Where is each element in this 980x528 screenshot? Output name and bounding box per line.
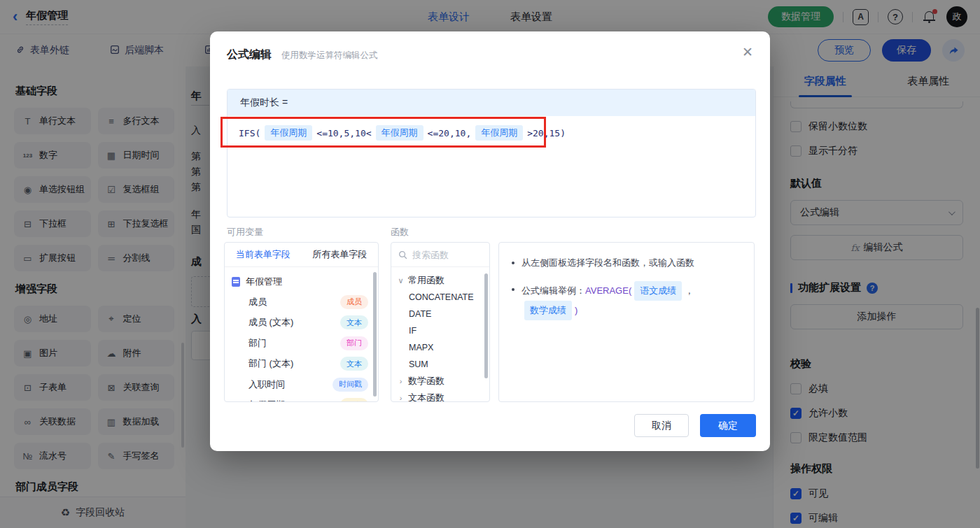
formula-code: IFS( [239,128,260,138]
formula-editor-box: 年假时长 = IFS(年假周期<=10,5,10<年假周期<=20,10,年假周… [227,89,756,217]
variables-form-root[interactable]: 年假管理 [232,272,375,292]
bullet-dot [512,288,514,291]
field-type-badge: 部门 [340,336,368,350]
formula-target: 年假时长 = [227,90,755,116]
search-icon [398,250,407,259]
formula-field-token[interactable]: 年假周期 [475,125,523,141]
variable-name: 年假周期 [248,399,285,402]
cancel-button[interactable]: 取消 [634,414,689,437]
function-group-label: 文本函数 [408,392,444,402]
variable-field-部门[interactable]: 部门部门 [232,333,375,354]
function-search[interactable] [391,243,489,267]
formula-field-token[interactable]: 年假周期 [376,125,424,141]
functions-scrollbar[interactable] [484,273,488,378]
function-item-MAPX[interactable]: MAPX [398,339,488,356]
variable-field-成员 (文本)[interactable]: 成员 (文本)文本 [232,313,375,334]
form-file-icon [232,277,240,287]
function-group-数学函数[interactable]: ›数学函数 [398,373,488,390]
chevron-down-icon: ∨ [398,276,404,285]
formula-input-area[interactable]: IFS(年假周期<=10,5,10<年假周期<=20,10,年假周期>20,15… [227,116,755,150]
formula-code: <=20,10, [428,128,472,138]
formula-field-token[interactable]: 年假周期 [265,125,312,141]
variable-field-部门 (文本)[interactable]: 部门 (文本)文本 [232,354,375,375]
tip-text: 从左侧面板选择字段名和函数，或输入函数 [522,255,694,271]
variable-name: 入职时间 [248,378,285,391]
tip-example-separator: ， [685,283,694,299]
function-group-label: 常用函数 [408,274,444,287]
function-item-CONCATENATE[interactable]: CONCATENATE [398,289,488,306]
function-group-常用函数[interactable]: ∨常用函数 [398,272,488,289]
variable-name: 部门 (文本) [248,357,293,370]
field-type-badge: 时间戳 [332,378,368,392]
form-name: 年假管理 [246,276,282,288]
function-group-文本函数[interactable]: ›文本函数 [398,390,488,402]
tip-example-function-close: ) [575,302,578,319]
bullet-dot [512,262,514,264]
field-type-badge: 文本 [340,315,368,329]
modal-subtitle: 使用数学运算符编辑公式 [281,50,378,62]
variables-tab-所有表单字段[interactable]: 所有表单字段 [302,248,379,261]
function-item-DATE[interactable]: DATE [398,306,488,322]
field-type-badge: 文本 [340,357,368,371]
function-item-SUM[interactable]: SUM [398,356,488,373]
confirm-button[interactable]: 确定 [700,414,756,437]
chevron-right-icon: › [398,377,404,385]
variable-field-成员[interactable]: 成员成员 [232,292,375,313]
tip-example-function: AVERAGE( [585,283,631,299]
variable-field-入职时间[interactable]: 入职时间时间戳 [232,374,375,395]
field-type-badge: 成员 [340,295,368,309]
formula-tips-panel: 从左侧面板选择字段名和函数，或输入函数 公式编辑举例：AVERAGE(语文成绩，… [498,242,755,402]
variable-name: 成员 (文本) [248,316,293,329]
close-icon[interactable]: ✕ [742,45,753,59]
field-type-badge: 数字 [340,398,368,402]
variables-panel: 当前表单字段所有表单字段 年假管理成员成员成员 (文本)文本部门部门部门 (文本… [224,242,379,402]
formula-code: <=10,5,10< [316,128,371,138]
function-item-IF[interactable]: IF [398,322,488,339]
tip-example-field-token: 语文成绩 [634,281,682,301]
variable-name: 部门 [248,337,267,350]
variables-tab-当前表单字段[interactable]: 当前表单字段 [225,248,302,261]
tip-example-field-token: 数学成绩 [524,301,572,320]
modal-title: 公式编辑 [227,48,272,62]
functions-label: 函数 [391,226,409,238]
tip-example-label: 公式编辑举例： [522,283,585,299]
function-group-label: 数学函数 [408,375,444,387]
variables-scrollbar[interactable] [373,272,377,397]
formula-code: >20,15) [527,128,566,138]
formula-editor-modal: 公式编辑 使用数学运算符编辑公式 ✕ 年假时长 = IFS(年假周期<=10,5… [210,31,770,451]
function-search-input[interactable] [412,250,475,260]
chevron-right-icon: › [398,394,404,402]
functions-panel: ∨常用函数CONCATENATEDATEIFMAPXSUM›数学函数›文本函数 [391,242,490,402]
variables-label: 可用变量 [227,226,263,238]
tip-example: 公式编辑举例：AVERAGE(语文成绩，数学成绩) [522,281,741,320]
variable-field-年假周期[interactable]: 年假周期数字 [232,395,375,403]
variable-name: 成员 [248,296,267,308]
